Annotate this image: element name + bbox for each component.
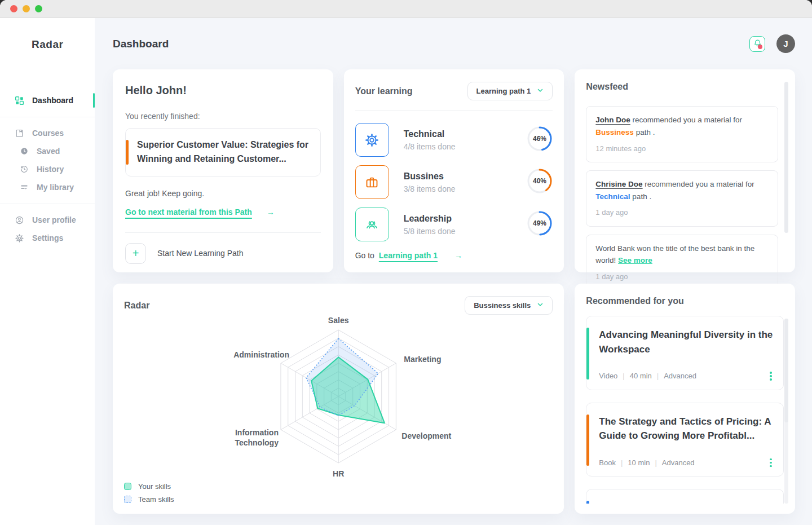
main-area: Dashboard J Hello John! You recently fin…	[95, 18, 812, 525]
your-learning-header: Your learning Learning path 1	[355, 82, 553, 100]
sidebar-item-label: Courses	[32, 129, 64, 138]
newsfeed-title: Newsfeed	[586, 82, 778, 92]
newsfeed-item[interactable]: Chrisine Doe recommended you a material …	[586, 170, 778, 227]
sidebar-item-settings[interactable]: Settings	[0, 229, 95, 247]
recommended-list: Advancing Meaningful Diversity in the Wo…	[586, 316, 784, 504]
sidebar-item-label: Dashboard	[32, 96, 73, 105]
recently-finished-label: You recently finished:	[125, 112, 321, 121]
sidebar-nav: DashboardCoursesSavedHistoryMy libraryUs…	[0, 91, 95, 247]
sidebar-item-label: Settings	[32, 233, 63, 242]
goto-learning-path-link[interactable]: Learning path 1	[379, 251, 438, 260]
sidebar-item-label: Saved	[37, 147, 60, 156]
newsfeed-user-link[interactable]: John Doe	[595, 116, 630, 124]
plus-icon: +	[133, 247, 139, 259]
svg-text:Administration: Administration	[233, 350, 289, 359]
meta-value: Advanced	[662, 458, 695, 467]
meta-value: 40 min	[630, 372, 652, 380]
newsfeed-timestamp: 12 minutes ago	[595, 143, 769, 155]
recommended-scrollbar[interactable]	[784, 319, 788, 422]
learning-category-name: Technical	[404, 129, 527, 139]
sidebar-item-user-profile[interactable]: User profile	[0, 211, 95, 229]
legend-label: Your skills	[138, 482, 171, 491]
svg-text:Marketing: Marketing	[404, 355, 441, 364]
encouragement-text: Great job! Keep going.	[125, 189, 321, 198]
newsfeed-text: path .	[630, 192, 652, 201]
radar-card: SalesMarketingDevelopmentHRInformationTe…	[113, 284, 564, 514]
meta-value: Book	[599, 458, 616, 467]
svg-text:49%: 49%	[533, 219, 546, 227]
header-actions: J	[749, 34, 795, 53]
legend-swatch	[124, 496, 131, 503]
svg-text:Development: Development	[401, 431, 451, 440]
meta-value: Advanced	[664, 372, 696, 380]
learning-row-leadership[interactable]: Leadership5/8 items done49%	[355, 208, 553, 241]
learning-row-technical[interactable]: Technical4/8 items done46%	[355, 123, 553, 157]
user-icon	[15, 215, 24, 225]
accent-bar	[586, 501, 589, 504]
start-new-path-row: + Start New Learning Path	[125, 243, 321, 264]
meta-value: 10 min	[628, 458, 650, 467]
finished-item-title: Superior Customer Value: Strategies for …	[137, 138, 309, 166]
titlebar	[0, 0, 812, 18]
sidebar-divider	[0, 204, 95, 204]
sidebar-item-my-library[interactable]: My library	[0, 178, 95, 196]
newsfeed-item[interactable]: John Doe recommended you a material for …	[586, 106, 778, 162]
your-learning-title: Your learning	[355, 86, 413, 96]
newsfeed-card: Newsfeed John Doe recommended you a mate…	[575, 69, 795, 272]
start-new-path-button[interactable]: +	[125, 243, 146, 264]
svg-text:40%: 40%	[533, 177, 546, 185]
sidebar-item-label: My library	[37, 183, 74, 192]
start-new-path-label: Start New Learning Path	[157, 249, 244, 258]
recommended-item[interactable]: Designing Web Apps	[586, 489, 784, 504]
next-material-link[interactable]: Go to next material from this Path→	[125, 208, 275, 217]
sidebar-item-courses[interactable]: Courses	[0, 124, 95, 142]
recommended-item-meta: Video|40 min|Advanced	[599, 370, 773, 382]
minimize-window-button[interactable]	[23, 5, 30, 12]
sidebar: Radar DashboardCoursesSavedHistoryMy lib…	[0, 18, 95, 525]
learning-progress-text: 4/8 items done	[404, 142, 527, 151]
sidebar-item-history[interactable]: History	[0, 160, 95, 178]
meta-value: Video	[599, 372, 617, 380]
arrow-right-icon: →	[267, 208, 275, 217]
svg-text:HR: HR	[333, 469, 344, 478]
book-icon	[15, 129, 24, 138]
skills-dropdown[interactable]: Bussiness skills	[465, 296, 553, 315]
newsfeed-text: recommended you a material for	[643, 180, 754, 188]
kebab-menu-icon[interactable]	[769, 370, 773, 382]
app-window: Radar DashboardCoursesSavedHistoryMy lib…	[0, 0, 812, 525]
newsfeed-scrollbar[interactable]	[784, 82, 788, 233]
notifications-button[interactable]	[749, 36, 765, 52]
greeting-title: Hello John!	[125, 84, 321, 97]
newsfeed-user-link[interactable]: Chrisine Doe	[595, 180, 642, 188]
library-list-icon	[19, 183, 29, 192]
dashboard-grid: Hello John! You recently finished: Super…	[113, 69, 795, 514]
progress-ring: 40%	[527, 168, 553, 196]
newsfeed-text: Bussiness	[595, 128, 634, 136]
close-window-button[interactable]	[10, 5, 17, 12]
recommended-item[interactable]: Advancing Meaningful Diversity in the Wo…	[586, 316, 784, 390]
clock-filled-icon	[19, 147, 29, 156]
sidebar-item-dashboard[interactable]: Dashboard	[0, 91, 95, 109]
newsfeed-item[interactable]: World Bank won the title of the best ban…	[586, 235, 778, 291]
recommended-item-title: The Strategy and Tactics of Pricing: A G…	[599, 414, 773, 443]
learning-path-dropdown[interactable]: Learning path 1	[467, 82, 553, 100]
gear-icon	[355, 123, 389, 157]
app-logo: Radar	[32, 38, 95, 51]
kebab-menu-icon[interactable]	[769, 457, 773, 469]
radar-chart: SalesMarketingDevelopmentHRInformationTe…	[113, 284, 564, 514]
learning-row-bussines[interactable]: Bussines3/8 items done40%	[355, 165, 553, 199]
recommended-item[interactable]: The Strategy and Tactics of Pricing: A G…	[586, 403, 784, 477]
chevron-down-icon	[537, 87, 544, 95]
svg-text:InformationTechnology: InformationTechnology	[235, 428, 279, 447]
page-header: Dashboard J	[113, 18, 795, 69]
sidebar-item-saved[interactable]: Saved	[0, 142, 95, 160]
recently-finished-item[interactable]: Superior Customer Value: Strategies for …	[125, 128, 321, 177]
learning-progress-text: 5/8 items done	[404, 227, 527, 236]
maximize-window-button[interactable]	[35, 5, 42, 12]
legend-item: Your skills	[124, 482, 174, 491]
gear-icon	[15, 233, 24, 243]
sidebar-item-label: User profile	[32, 215, 76, 224]
see-more-link[interactable]: See more	[618, 256, 652, 264]
avatar[interactable]: J	[776, 34, 795, 53]
sidebar-divider	[0, 117, 95, 117]
